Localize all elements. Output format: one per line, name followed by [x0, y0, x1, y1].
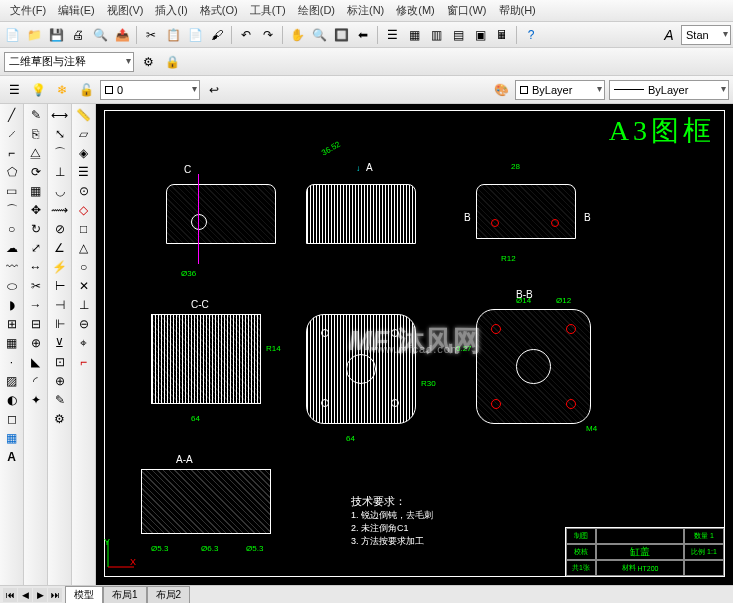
osnap-near-icon[interactable]: ⌖: [74, 334, 94, 352]
zoom-prev-icon[interactable]: ⬅: [353, 25, 373, 45]
make-block-icon[interactable]: ▦: [2, 334, 22, 352]
menu-tools[interactable]: 工具(T): [244, 1, 292, 20]
sheet-set-icon[interactable]: ▤: [448, 25, 468, 45]
ellipse-arc-icon[interactable]: ◗: [2, 296, 22, 314]
osnap-end-icon[interactable]: □: [74, 220, 94, 238]
dim-radius-icon[interactable]: ◡: [50, 182, 70, 200]
undo-icon[interactable]: ↶: [236, 25, 256, 45]
dim-aligned-icon[interactable]: ⤡: [50, 125, 70, 143]
dim-jogged-icon[interactable]: ⟿: [50, 201, 70, 219]
annotation-icon[interactable]: A: [659, 25, 679, 45]
point-icon[interactable]: ·: [2, 353, 22, 371]
tab-layout1[interactable]: 布局1: [103, 586, 147, 603]
layer-freeze-icon[interactable]: ❄: [52, 80, 72, 100]
quickcalc-icon[interactable]: 🖩: [492, 25, 512, 45]
region-mass-icon[interactable]: ◈: [74, 144, 94, 162]
arc-icon[interactable]: ⌒: [2, 201, 22, 219]
join-icon[interactable]: ⊕: [26, 334, 46, 352]
dim-break-icon[interactable]: ⊻: [50, 334, 70, 352]
mirror-icon[interactable]: ⧋: [26, 144, 46, 162]
workspace-lock-icon[interactable]: 🔒: [162, 52, 182, 72]
tool-palette-icon[interactable]: ▥: [426, 25, 446, 45]
osnap-int-icon[interactable]: ✕: [74, 277, 94, 295]
design-center-icon[interactable]: ▦: [404, 25, 424, 45]
zoom-realtime-icon[interactable]: 🔍: [309, 25, 329, 45]
line-icon[interactable]: ╱: [2, 106, 22, 124]
distance-icon[interactable]: 📏: [74, 106, 94, 124]
rotate-icon[interactable]: ↻: [26, 220, 46, 238]
center-mark-icon[interactable]: ⊕: [50, 372, 70, 390]
pan-icon[interactable]: ✋: [287, 25, 307, 45]
cut-icon[interactable]: ✂: [141, 25, 161, 45]
tab-prev-icon[interactable]: ◀: [18, 588, 32, 602]
list-icon[interactable]: ☰: [74, 163, 94, 181]
dim-space-icon[interactable]: ⊩: [50, 315, 70, 333]
dim-ordinate-icon[interactable]: ⊥: [50, 163, 70, 181]
redo-icon[interactable]: ↷: [258, 25, 278, 45]
menu-help[interactable]: 帮助(H): [493, 1, 542, 20]
linetype-combo[interactable]: ByLayer: [609, 80, 729, 100]
menu-edit[interactable]: 编辑(E): [52, 1, 101, 20]
region-icon[interactable]: ◻: [2, 410, 22, 428]
menu-insert[interactable]: 插入(I): [149, 1, 193, 20]
circle-icon[interactable]: ○: [2, 220, 22, 238]
osnap-tan-icon[interactable]: ⊖: [74, 315, 94, 333]
chamfer-icon[interactable]: ◣: [26, 353, 46, 371]
dim-quick-icon[interactable]: ⚡: [50, 258, 70, 276]
print-icon[interactable]: 🖨: [68, 25, 88, 45]
scale-icon[interactable]: ⤢: [26, 239, 46, 257]
dim-style-icon[interactable]: ⚙: [50, 410, 70, 428]
workspace-combo[interactable]: 二维草图与注释: [4, 52, 134, 72]
menu-file[interactable]: 文件(F): [4, 1, 52, 20]
revcloud-icon[interactable]: ☁: [2, 239, 22, 257]
layer-combo[interactable]: 0: [100, 80, 200, 100]
new-icon[interactable]: 📄: [2, 25, 22, 45]
erase-icon[interactable]: ✎: [26, 106, 46, 124]
dim-angular-icon[interactable]: ∠: [50, 239, 70, 257]
save-icon[interactable]: 💾: [46, 25, 66, 45]
explode-icon[interactable]: ✦: [26, 391, 46, 409]
help-icon[interactable]: ?: [521, 25, 541, 45]
osnap-perp-icon[interactable]: ⊥: [74, 296, 94, 314]
insert-block-icon[interactable]: ⊞: [2, 315, 22, 333]
spline-icon[interactable]: 〰: [2, 258, 22, 276]
dim-baseline-icon[interactable]: ⊢: [50, 277, 70, 295]
xline-icon[interactable]: ⟋: [2, 125, 22, 143]
properties-icon[interactable]: ☰: [382, 25, 402, 45]
open-icon[interactable]: 📁: [24, 25, 44, 45]
color-icon[interactable]: 🎨: [491, 80, 511, 100]
offset-icon[interactable]: ⟳: [26, 163, 46, 181]
id-point-icon[interactable]: ⊙: [74, 182, 94, 200]
dim-edit-icon[interactable]: ✎: [50, 391, 70, 409]
rectangle-icon[interactable]: ▭: [2, 182, 22, 200]
text-style-combo[interactable]: Stan: [681, 25, 731, 45]
markup-icon[interactable]: ▣: [470, 25, 490, 45]
break-icon[interactable]: ⊟: [26, 315, 46, 333]
gradient-icon[interactable]: ◐: [2, 391, 22, 409]
menu-modify[interactable]: 修改(M): [390, 1, 441, 20]
tab-last-icon[interactable]: ⏭: [48, 588, 62, 602]
text-icon[interactable]: A: [2, 448, 22, 466]
trim-icon[interactable]: ✂: [26, 277, 46, 295]
menu-dimension[interactable]: 标注(N): [341, 1, 390, 20]
menu-window[interactable]: 窗口(W): [441, 1, 493, 20]
layer-lock-icon[interactable]: 🔓: [76, 80, 96, 100]
tab-layout2[interactable]: 布局2: [147, 586, 191, 603]
copy-obj-icon[interactable]: ⎘: [26, 125, 46, 143]
copy-icon[interactable]: 📋: [163, 25, 183, 45]
dim-diameter-icon[interactable]: ⊘: [50, 220, 70, 238]
osnap-cen-icon[interactable]: ○: [74, 258, 94, 276]
osnap-icon[interactable]: ◇: [74, 201, 94, 219]
dim-arc-icon[interactable]: ⌒: [50, 144, 70, 162]
extend-icon[interactable]: →: [26, 296, 46, 314]
dim-linear-icon[interactable]: ⟷: [50, 106, 70, 124]
dim-continue-icon[interactable]: ⊣: [50, 296, 70, 314]
osnap-mid-icon[interactable]: △: [74, 239, 94, 257]
tolerance-icon[interactable]: ⊡: [50, 353, 70, 371]
zoom-window-icon[interactable]: 🔲: [331, 25, 351, 45]
workspace-settings-icon[interactable]: ⚙: [138, 52, 158, 72]
paste-icon[interactable]: 📄: [185, 25, 205, 45]
fillet-icon[interactable]: ◜: [26, 372, 46, 390]
tab-first-icon[interactable]: ⏮: [3, 588, 17, 602]
preview-icon[interactable]: 🔍: [90, 25, 110, 45]
